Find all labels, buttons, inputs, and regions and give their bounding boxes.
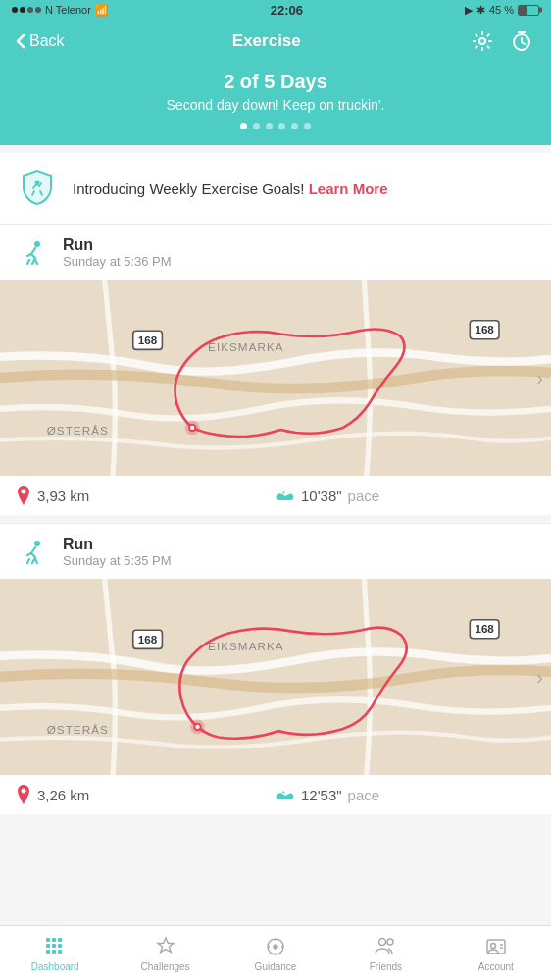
svg-rect-27 bbox=[58, 938, 62, 942]
svg-point-35 bbox=[274, 945, 277, 949]
dashboard-label: Dashboard bbox=[31, 961, 79, 972]
nav-bar: Back Exercise bbox=[0, 20, 551, 63]
svg-text:168: 168 bbox=[138, 334, 158, 346]
distance-value: 3,26 km bbox=[37, 787, 89, 803]
dot-indicator bbox=[304, 123, 311, 129]
back-button[interactable]: Back bbox=[16, 32, 65, 50]
svg-rect-26 bbox=[52, 938, 56, 942]
wifi-icon: 📶 bbox=[95, 4, 109, 17]
learn-more-link[interactable]: Learn More bbox=[309, 181, 388, 197]
dot-indicator bbox=[253, 123, 260, 129]
nav-item-guidance[interactable]: Guidance bbox=[221, 929, 330, 978]
svg-point-14 bbox=[34, 541, 40, 546]
exercise-header: Run Sunday at 5:36 PM bbox=[0, 225, 551, 280]
pace-stat: 10'38" pace bbox=[276, 488, 535, 504]
pace-stat: 12'53" pace bbox=[276, 787, 535, 803]
svg-text:168: 168 bbox=[475, 622, 494, 635]
exercise-header: Run Sunday at 5:35 PM bbox=[0, 524, 551, 579]
page-title: Exercise bbox=[232, 31, 301, 51]
distance-stat: 3,26 km bbox=[16, 785, 276, 804]
map-svg: EIKSMARKA ØSTERÅS 168 168 bbox=[0, 579, 551, 775]
account-label: Account bbox=[478, 961, 514, 972]
exercise-card: Run Sunday at 5:36 PM EIKSMARKA ØSTERÅS bbox=[0, 225, 551, 515]
back-label: Back bbox=[29, 32, 65, 50]
page-dots bbox=[20, 123, 531, 129]
exercise-map[interactable]: EIKSMARKA ØSTERÅS 168 168 › bbox=[0, 280, 551, 476]
compass-icon bbox=[264, 935, 287, 958]
map-svg: EIKSMARKA ØSTERÅS 168 168 bbox=[0, 280, 551, 476]
settings-button[interactable] bbox=[469, 27, 496, 55]
hero-subtitle: Second day down! Keep on truckin'. bbox=[20, 97, 531, 113]
pace-label: pace bbox=[348, 488, 380, 504]
stopwatch-button[interactable] bbox=[508, 27, 535, 55]
location-icon: ▶ bbox=[465, 4, 473, 17]
exercise-type: Run bbox=[63, 236, 172, 254]
goals-banner: Introducing Weekly Exercise Goals! Learn… bbox=[0, 153, 551, 225]
exercise-datetime: Sunday at 5:36 PM bbox=[63, 254, 172, 269]
svg-text:168: 168 bbox=[138, 633, 158, 645]
guidance-label: Guidance bbox=[255, 961, 297, 972]
svg-point-37 bbox=[387, 939, 393, 945]
challenges-label: Challenges bbox=[141, 961, 190, 972]
battery-percentage: 45 % bbox=[489, 4, 514, 16]
nav-item-dashboard[interactable]: Dashboard bbox=[0, 929, 110, 978]
carrier-label: N Telenor bbox=[45, 4, 91, 16]
battery-icon bbox=[518, 5, 539, 16]
svg-point-3 bbox=[34, 241, 40, 247]
signal-dot bbox=[35, 7, 41, 13]
goals-shield-icon bbox=[16, 167, 59, 210]
nav-item-friends[interactable]: Friends bbox=[330, 929, 440, 978]
exercise-info: Run Sunday at 5:36 PM bbox=[63, 236, 172, 269]
nav-icons bbox=[469, 27, 535, 55]
account-icon bbox=[484, 935, 508, 958]
nav-item-challenges[interactable]: Challenges bbox=[110, 929, 220, 978]
hero-title: 2 of 5 Days bbox=[20, 71, 531, 93]
stats-row: 3,26 km 12'53" pace bbox=[0, 775, 551, 814]
friends-icon bbox=[374, 935, 397, 958]
svg-point-24 bbox=[195, 725, 199, 729]
dot-indicator bbox=[291, 123, 298, 129]
svg-rect-30 bbox=[58, 944, 62, 948]
svg-point-0 bbox=[479, 38, 485, 44]
friends-label: Friends bbox=[370, 961, 402, 972]
star-icon bbox=[154, 935, 177, 958]
svg-text:ØSTERÅS: ØSTERÅS bbox=[47, 723, 109, 736]
svg-rect-31 bbox=[46, 950, 50, 954]
shoe-icon bbox=[276, 787, 295, 802]
dot-indicator bbox=[240, 123, 247, 129]
pace-value: 12'53" bbox=[301, 787, 342, 803]
svg-point-39 bbox=[490, 943, 495, 948]
signal-dot bbox=[27, 7, 33, 13]
dot-indicator bbox=[278, 123, 285, 129]
goals-icon-wrap bbox=[16, 167, 59, 210]
svg-text:EIKSMARKA: EIKSMARKA bbox=[208, 640, 284, 652]
exercise-card: Run Sunday at 5:35 PM EIKSMARKA ØSTERÅS … bbox=[0, 524, 551, 814]
location-pin-icon bbox=[16, 785, 31, 804]
bottom-nav: Dashboard Challenges Guidance bbox=[0, 925, 551, 980]
chevron-right-icon: › bbox=[536, 367, 543, 389]
svg-rect-25 bbox=[46, 938, 50, 942]
shoe-icon bbox=[276, 488, 295, 503]
exercise-map[interactable]: EIKSMARKA ØSTERÅS 168 168 › bbox=[0, 579, 551, 775]
exercise-list: Run Sunday at 5:36 PM EIKSMARKA ØSTERÅS bbox=[0, 225, 551, 814]
dot-indicator bbox=[266, 123, 273, 129]
nav-item-account[interactable]: Account bbox=[441, 929, 551, 978]
status-right: ▶ ✱ 45 % bbox=[465, 4, 539, 17]
status-time: 22:06 bbox=[271, 3, 303, 18]
run-icon bbox=[16, 236, 51, 272]
exercise-datetime: Sunday at 5:35 PM bbox=[63, 553, 172, 568]
pace-value: 10'38" bbox=[301, 488, 342, 504]
signal-dot bbox=[20, 7, 25, 13]
svg-rect-29 bbox=[52, 944, 56, 948]
svg-text:168: 168 bbox=[475, 323, 494, 335]
svg-text:ØSTERÅS: ØSTERÅS bbox=[47, 424, 109, 437]
status-bar: N Telenor 📶 22:06 ▶ ✱ 45 % bbox=[0, 0, 551, 20]
grid-icon bbox=[43, 935, 67, 958]
svg-rect-32 bbox=[52, 950, 56, 954]
chevron-right-icon: › bbox=[536, 666, 543, 689]
svg-point-13 bbox=[190, 426, 194, 430]
run-icon bbox=[16, 536, 51, 571]
exercise-info: Run Sunday at 5:35 PM bbox=[63, 536, 172, 568]
signal-dot bbox=[12, 7, 18, 13]
exercise-type: Run bbox=[63, 536, 172, 553]
